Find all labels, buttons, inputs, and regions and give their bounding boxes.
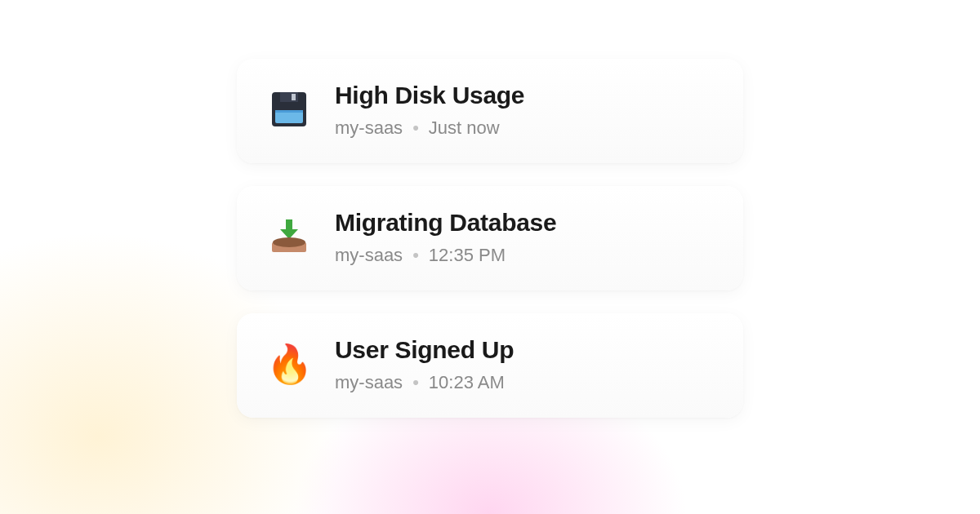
time-label: Just now — [429, 117, 500, 139]
notification-card[interactable]: High Disk Usage my-saas • Just now — [237, 59, 743, 163]
card-title: User Signed Up — [335, 336, 714, 364]
time-label: 12:35 PM — [429, 245, 506, 266]
notification-card[interactable]: Migrating Database my-saas • 12:35 PM — [237, 186, 743, 290]
card-meta: my-saas • 12:35 PM — [335, 245, 714, 266]
time-label: 10:23 AM — [429, 372, 505, 393]
card-body: Migrating Database my-saas • 12:35 PM — [335, 209, 714, 266]
download-tray-icon — [266, 214, 312, 259]
svg-rect-5 — [286, 219, 292, 231]
card-body: User Signed Up my-saas • 10:23 AM — [335, 336, 714, 393]
card-title: Migrating Database — [335, 209, 714, 237]
project-label: my-saas — [335, 245, 403, 266]
project-label: my-saas — [335, 117, 403, 139]
svg-rect-4 — [275, 110, 303, 113]
card-body: High Disk Usage my-saas • Just now — [335, 82, 714, 139]
meta-separator: • — [412, 117, 419, 139]
meta-separator: • — [412, 372, 419, 393]
meta-separator: • — [412, 245, 419, 266]
svg-rect-2 — [292, 94, 296, 100]
card-title: High Disk Usage — [335, 82, 714, 109]
card-meta: my-saas • 10:23 AM — [335, 372, 714, 393]
floppy-disk-icon — [266, 86, 312, 132]
project-label: my-saas — [335, 372, 403, 393]
fire-icon: 🔥 — [266, 341, 312, 387]
svg-point-8 — [273, 237, 305, 247]
notification-card[interactable]: 🔥 User Signed Up my-saas • 10:23 AM — [237, 313, 743, 418]
card-meta: my-saas • Just now — [335, 117, 714, 139]
